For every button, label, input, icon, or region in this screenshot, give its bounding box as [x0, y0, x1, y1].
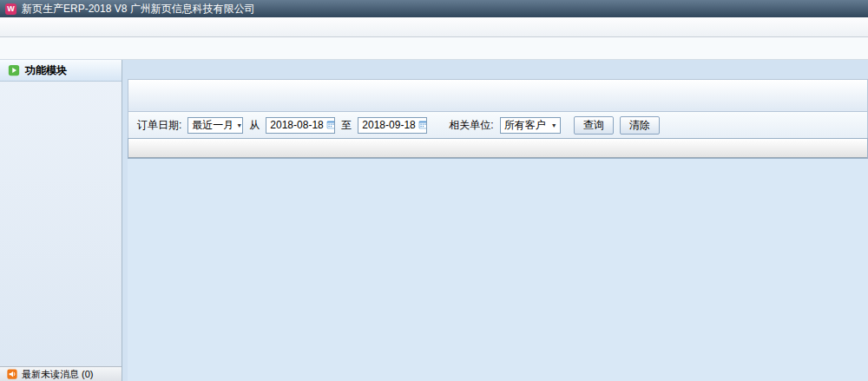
content-area: 订单日期: 最近一月 ▼ 从 2018-08-18 ▼ 至 2018-09-18… [122, 60, 868, 381]
related-unit-label: 相关单位: [449, 118, 493, 133]
menu-bar [0, 17, 868, 37]
speaker-icon [7, 369, 17, 379]
titlebar: W 新页生产ERP-2018 V8 广州新页信息科技有限公司 [0, 0, 868, 17]
table-header-row [128, 139, 867, 158]
calendar-small-icon [418, 120, 428, 129]
sidebar-header-label: 功能模块 [25, 63, 67, 78]
calendar-small-icon [326, 120, 336, 129]
customer-select[interactable]: 所有客户 ▼ [500, 117, 561, 134]
app-logo-icon: W [5, 3, 16, 15]
play-icon [8, 64, 20, 76]
quick-toolbar [0, 37, 868, 60]
tab-bar [128, 60, 868, 79]
chevron-down-icon: ▼ [549, 122, 560, 128]
sidebar-footer[interactable]: 最新未读消息 (0) [0, 366, 122, 381]
content-filler [128, 159, 868, 381]
erp-window: W 新页生产ERP-2018 V8 广州新页信息科技有限公司 功能模块 最新未读… [0, 0, 868, 381]
main-area: 功能模块 最新未读消息 (0) 订单日期: 最近一月 ▼ 从 2018-08-1… [0, 60, 868, 381]
ribbon-toolbar [128, 79, 868, 112]
unread-messages-label: 最新未读消息 (0) [22, 368, 94, 381]
clear-button[interactable]: 清除 [620, 116, 660, 135]
from-label: 从 [249, 118, 260, 133]
sidebar: 功能模块 最新未读消息 (0) [0, 60, 122, 381]
filter-bar: 订单日期: 最近一月 ▼ 从 2018-08-18 ▼ 至 2018-09-18… [128, 112, 868, 138]
sidebar-header: 功能模块 [0, 60, 122, 82]
date-range-select[interactable]: 最近一月 ▼ [187, 117, 243, 134]
chevron-down-icon: ▼ [233, 122, 243, 128]
date-to-input[interactable]: 2018-09-18 ▼ [358, 117, 427, 134]
search-button[interactable]: 查询 [574, 116, 614, 135]
sidebar-spacer [0, 82, 122, 366]
orders-table [128, 138, 868, 159]
order-date-label: 订单日期: [137, 118, 181, 133]
date-from-input[interactable]: 2018-08-18 ▼ [266, 117, 335, 134]
window-title: 新页生产ERP-2018 V8 广州新页信息科技有限公司 [22, 2, 255, 16]
to-label: 至 [341, 118, 352, 133]
